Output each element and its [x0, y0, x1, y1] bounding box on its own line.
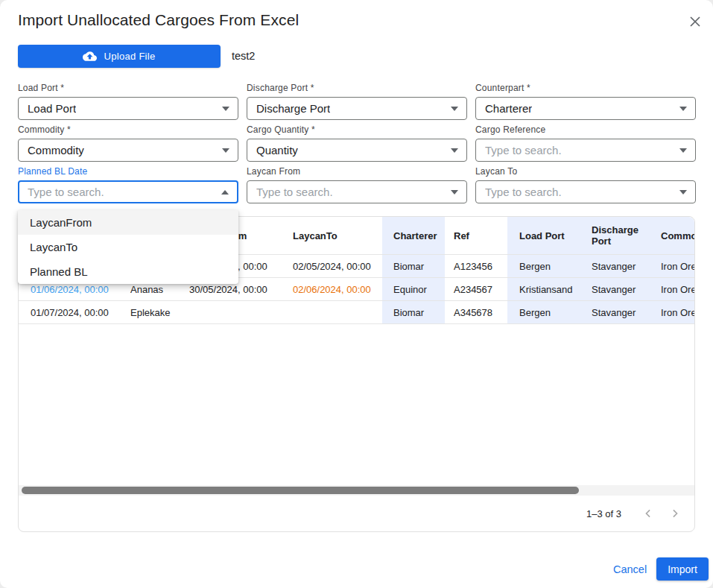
dropdown-option-laycanto[interactable]: LaycanTo [18, 235, 238, 259]
field-discharge-port: Discharge Port * Discharge Port [247, 83, 467, 120]
table-row: 01/07/2024, 00:00 Eplekake Biomar A34567… [19, 301, 694, 324]
cell-charterer: Biomar [382, 255, 445, 277]
header-charterer: Charterer [382, 217, 445, 254]
field-cargo-reference: Cargo Reference Type to search. [475, 124, 696, 162]
cell-load-port: Bergen [507, 301, 580, 323]
chevron-down-icon [222, 148, 229, 153]
header-load-port: Load Port [507, 217, 580, 254]
cell-commodity: Iron Ore [649, 301, 694, 323]
cell-discharge-port: Stavanger [580, 278, 649, 300]
planned-bl-date-label: Planned BL Date [18, 166, 238, 177]
planned-bl-dropdown-menu: LaycanFrom LaycanTo Planned BL [18, 210, 238, 284]
field-laycan-to: Laycan To Type to search. [475, 166, 696, 203]
laycan-to-placeholder: Type to search. [485, 186, 562, 198]
cargo-quantity-select[interactable]: Quantity [247, 139, 467, 162]
cell-load-port: Kristiansand [507, 278, 580, 300]
counterpart-value: Charterer [485, 102, 532, 115]
cell-commodity: Iron Ore [649, 255, 694, 277]
discharge-port-label: Discharge Port * [247, 83, 467, 93]
chevron-down-icon [222, 107, 229, 111]
planned-bl-date-placeholder: Type to search. [28, 186, 104, 198]
cell-laycan-to [281, 301, 382, 323]
cell-laycan-to: 02/06/2024, 00:00 [281, 278, 382, 300]
scrollbar-thumb[interactable] [22, 487, 579, 494]
cell-charterer: Biomar [382, 301, 445, 323]
dropdown-option-planned-bl[interactable]: Planned BL [18, 259, 238, 284]
chevron-down-icon [679, 148, 687, 153]
load-port-value: Load Port [28, 102, 76, 115]
pagination-range: 1–3 of 3 [586, 508, 621, 519]
chevron-down-icon [451, 107, 458, 111]
load-port-label: Load Port * [18, 83, 238, 93]
load-port-select[interactable]: Load Port [18, 97, 238, 120]
laycan-from-label: Laycan From [247, 166, 467, 177]
cell-discharge-port: Stavanger [580, 301, 649, 323]
commodity-select[interactable]: Commodity [18, 139, 238, 162]
counterpart-label: Counterpart * [475, 83, 696, 93]
planned-bl-date-select[interactable]: Type to search. [18, 180, 238, 203]
close-icon [688, 14, 703, 29]
chevron-down-icon [679, 107, 687, 111]
chevron-right-icon [668, 506, 682, 521]
header-discharge-port: Discharge Port [580, 217, 649, 254]
cell-laycan-to: 02/05/2024, 00:00 [281, 255, 382, 277]
cargo-reference-label: Cargo Reference [475, 124, 696, 135]
import-cargoes-dialog: Import Unallocated Cargoes From Excel Up… [0, 0, 713, 588]
discharge-port-value: Discharge Port [256, 102, 330, 115]
chevron-down-icon [679, 190, 687, 195]
laycan-from-select[interactable]: Type to search. [247, 180, 467, 203]
field-counterpart: Counterpart * Charterer [475, 83, 696, 120]
horizontal-scrollbar[interactable] [19, 485, 694, 496]
header-laycan-to: LaycanTo [281, 217, 382, 254]
cell-planned-bl: 01/07/2024, 00:00 [19, 301, 123, 323]
cell-load-port: Bergen [507, 255, 580, 277]
cell-ref: A123456 [445, 255, 507, 277]
cell-charterer: Equinor [382, 278, 445, 300]
laycan-from-placeholder: Type to search. [256, 186, 333, 198]
commodity-label: Commodity * [18, 124, 238, 135]
cell-discharge-port: Stavanger [580, 255, 649, 277]
close-button[interactable] [685, 11, 706, 32]
chevron-up-icon [221, 190, 229, 195]
cell-commodity: Iron Ore [649, 278, 694, 300]
cell-ref: A234567 [445, 278, 507, 300]
import-button[interactable]: Import [656, 557, 709, 581]
counterpart-select[interactable]: Charterer [475, 97, 696, 120]
laycan-to-select[interactable]: Type to search. [475, 180, 696, 203]
laycan-to-label: Laycan To [475, 166, 696, 177]
uploaded-file-name: test2 [232, 50, 255, 62]
cargo-reference-placeholder: Type to search. [485, 144, 562, 157]
discharge-port-select[interactable]: Discharge Port [247, 97, 467, 120]
cloud-upload-icon [83, 49, 97, 63]
field-planned-bl-date: Planned BL Date Type to search. [18, 166, 238, 203]
field-load-port: Load Port * Load Port [18, 83, 238, 120]
cell-name: Eplekake [123, 301, 181, 323]
chevron-down-icon [451, 190, 458, 195]
dropdown-option-laycanfrom[interactable]: LaycanFrom [18, 210, 238, 235]
cargo-reference-select[interactable]: Type to search. [475, 139, 696, 162]
field-laycan-from: Laycan From Type to search. [247, 166, 467, 203]
table-pagination: 1–3 of 3 [19, 496, 694, 531]
cell-laycan-from [181, 301, 281, 323]
cancel-button[interactable]: Cancel [607, 558, 653, 581]
cargo-quantity-label: Cargo Quantity * [247, 124, 467, 135]
chevron-down-icon [451, 148, 458, 153]
header-ref: Ref [445, 217, 507, 254]
field-commodity: Commodity * Commodity [18, 124, 238, 162]
cargo-quantity-value: Quantity [256, 144, 298, 157]
page-title: Import Unallocated Cargoes From Excel [18, 11, 299, 29]
commodity-value: Commodity [28, 144, 84, 157]
upload-file-label: Upload File [104, 51, 155, 62]
header-commodity: Commodity [649, 217, 694, 254]
field-cargo-quantity: Cargo Quantity * Quantity [247, 124, 467, 162]
chevron-left-icon [641, 506, 656, 521]
cell-ref: A345678 [445, 301, 507, 323]
previous-page-button[interactable] [638, 503, 659, 524]
upload-file-button[interactable]: Upload File [18, 45, 221, 68]
next-page-button[interactable] [665, 503, 685, 524]
